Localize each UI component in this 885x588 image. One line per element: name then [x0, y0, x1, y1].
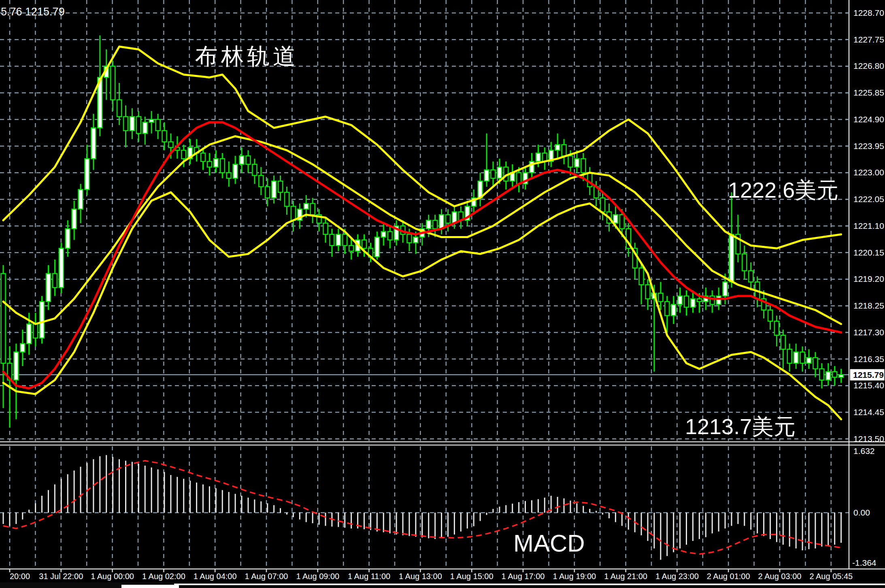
- candle-bull: [439, 215, 444, 229]
- candle-bear: [311, 204, 315, 215]
- candle-bear: [343, 234, 347, 246]
- price-axis-label: 1213.50: [853, 434, 884, 443]
- candle-bear: [53, 274, 57, 288]
- candle-bull: [794, 352, 798, 363]
- candle-bull: [14, 352, 18, 380]
- candle-bear: [433, 220, 437, 229]
- candle-bear: [600, 198, 605, 212]
- candle-bear: [658, 293, 663, 302]
- resistance-price-annotation: 1222.6美元: [728, 178, 838, 202]
- candle-bear: [787, 349, 792, 363]
- candle-bear: [749, 271, 753, 282]
- candle-bull: [536, 153, 540, 162]
- candle-bear: [265, 187, 270, 198]
- macd-axis-zero-label: 0.00: [853, 508, 870, 517]
- candle-bear: [646, 285, 650, 299]
- candle-bull: [233, 164, 238, 179]
- candle-bull: [497, 167, 502, 179]
- candle-bear: [278, 181, 283, 192]
- candle-bear: [684, 296, 689, 307]
- time-axis-label: 1 Aug 00:00: [91, 572, 134, 581]
- candle-bull: [304, 204, 308, 209]
- candle-bull: [691, 299, 695, 307]
- time-axis-label: 1 Aug 04:00: [194, 572, 237, 581]
- candle-bull: [723, 282, 728, 296]
- price-axis-label: 1216.35: [853, 354, 884, 364]
- candle-bull: [149, 119, 154, 122]
- price-axis-label: 1226.80: [853, 61, 884, 70]
- candle-bull: [91, 128, 96, 159]
- time-axis-label: 1 Aug 17:00: [502, 572, 545, 581]
- time-axis-label: 2 Aug 01:00: [707, 572, 750, 581]
- candle-bear: [742, 254, 747, 271]
- candle-bear: [832, 372, 837, 377]
- candle-bear: [349, 245, 353, 251]
- candle-bear: [620, 215, 624, 229]
- time-axis-label: 1 Aug 15:00: [450, 572, 494, 581]
- time-axis-label: 1 Aug 21:00: [604, 572, 647, 581]
- candle-bull: [613, 215, 618, 223]
- candle-bear: [774, 321, 779, 335]
- candle-bear: [819, 369, 824, 380]
- candle-bull: [79, 190, 83, 209]
- candle-bull: [555, 145, 560, 150]
- candle-bear: [291, 206, 296, 220]
- candle-bear: [362, 240, 366, 249]
- candle-bear: [227, 173, 231, 178]
- price-axis-label: 1214.45: [853, 407, 884, 417]
- candle-bull: [717, 296, 721, 305]
- price-axis-label: 1215.40: [853, 381, 884, 390]
- candle-bull: [27, 324, 31, 343]
- candle-bull: [40, 302, 44, 338]
- candle-bear: [446, 215, 450, 223]
- bottom-strip-line: [174, 584, 885, 585]
- candle-bear: [581, 159, 585, 173]
- candle-bear: [207, 162, 212, 167]
- candle-bear: [388, 232, 392, 240]
- candle-bear: [330, 234, 334, 246]
- candle-bull: [85, 159, 89, 190]
- price-axis-label: 1217.30: [853, 328, 884, 337]
- candle-bull: [336, 234, 340, 246]
- price-axis-label: 1227.75: [853, 35, 884, 44]
- candle-bear: [768, 310, 772, 322]
- macd-annotation: MACD: [513, 530, 585, 557]
- macd-axis-bottom-label: -1.364: [852, 558, 876, 567]
- price-axis-label: 1223.00: [853, 168, 884, 177]
- candle-bull: [59, 248, 64, 288]
- candle-bear: [285, 192, 289, 207]
- candle-bear: [800, 352, 805, 363]
- bottom-strip-segment: [121, 585, 179, 588]
- candle-bull: [729, 234, 734, 282]
- candle-bear: [156, 119, 160, 131]
- candle-bear: [136, 117, 141, 134]
- candle-bear: [781, 335, 785, 349]
- candle-bull: [130, 117, 134, 131]
- time-axis-label: 31 Jul 22:00: [39, 572, 83, 581]
- candle-bull: [240, 156, 244, 164]
- price-axis-label: 1225.85: [853, 88, 884, 97]
- candle-bull: [413, 237, 418, 243]
- candle-bull: [678, 296, 682, 305]
- time-axis-label: 1 Aug 07:00: [245, 572, 288, 581]
- candle-bull: [272, 181, 276, 198]
- macd-axis-top-label: 1.632: [853, 446, 875, 456]
- candle-bull: [839, 375, 843, 377]
- bottom-window-strip: [0, 582, 885, 588]
- chart-canvas[interactable]: 1228.701227.751226.801225.851224.901223.…: [0, 0, 885, 588]
- candle-bear: [117, 100, 121, 117]
- price-axis-label: 1218.25: [853, 301, 884, 310]
- candle-bear: [813, 358, 817, 369]
- candle-bear: [33, 324, 38, 338]
- candle-bull: [485, 170, 489, 181]
- time-axis-label: 1 Aug 13:00: [399, 572, 442, 581]
- candle-bear: [252, 164, 257, 176]
- price-axis-label: 1219.20: [853, 274, 884, 283]
- price-axis-label: 1224.90: [853, 115, 884, 124]
- price-axis-label: 1223.95: [853, 141, 884, 151]
- price-axis-label: 1220.15: [853, 248, 884, 257]
- candle-bear: [323, 223, 328, 234]
- time-axis-label: 1 Aug 19:00: [553, 572, 596, 581]
- candle-bear: [259, 175, 263, 187]
- price-axis-label: 1228.70: [853, 8, 884, 17]
